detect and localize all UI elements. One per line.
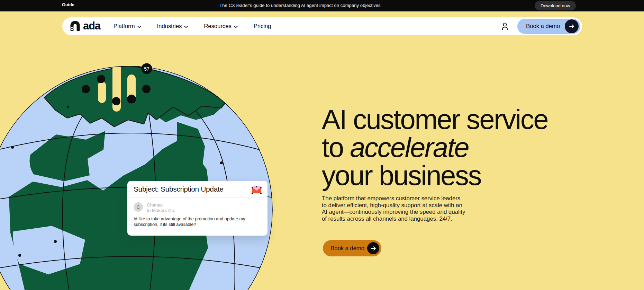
ada-logo[interactable]: ada — [70, 20, 100, 33]
ada-logo-text: ada — [83, 20, 100, 33]
arrow-right-icon — [565, 19, 579, 33]
announcement-bar: Guide The CX leader's guide to understan… — [0, 0, 644, 11]
nav-item-industries[interactable]: Industries — [157, 23, 188, 30]
hero-title-line2: to accelerate — [322, 133, 571, 161]
book-demo-nav-button[interactable]: Book a demo — [516, 18, 581, 35]
hero-title-line3: your business — [322, 161, 571, 190]
nav-item-platform[interactable]: Platform — [114, 23, 141, 30]
chevron-down-icon — [184, 26, 188, 28]
notification-badge: 57 — [142, 63, 152, 74]
email-sender-row: C Chantal to Makers Co. — [127, 198, 267, 213]
email-preview-card: Subject: Subscription Update C Chantal t… — [127, 181, 267, 236]
hero-section: 57 Subject: Subscription Update C — [0, 11, 644, 290]
hero-title-line1: AI customer service — [322, 105, 571, 133]
email-card-header: Subject: Subscription Update — [127, 181, 267, 198]
download-now-button[interactable]: Download now — [535, 1, 576, 10]
sender-avatar: C — [134, 202, 143, 212]
arrow-right-icon — [367, 242, 379, 254]
envelope-icon — [251, 185, 262, 196]
hero-title: AI customer service to accelerate your b… — [322, 105, 571, 190]
chevron-down-icon — [137, 26, 141, 28]
nav-item-resources[interactable]: Resources — [204, 23, 237, 30]
sender-recipient: to Makers Co. — [147, 208, 175, 213]
book-demo-hero-button[interactable]: Book a demo — [323, 240, 381, 256]
nav-item-pricing[interactable]: Pricing — [254, 23, 271, 30]
account-button[interactable] — [498, 20, 511, 33]
announcement-label: Guide — [62, 2, 74, 7]
hero-paragraph: The platform that empowers customer serv… — [322, 195, 471, 222]
person-icon — [501, 23, 508, 30]
email-message: Id like to take advantage of the promoti… — [127, 213, 267, 227]
sender-name: Chantal — [147, 202, 175, 208]
hero-title-italic: accelerate — [350, 132, 469, 163]
ada-logo-icon — [70, 21, 80, 32]
main-navbar: ada Platform Industries Resources Pricin… — [62, 17, 582, 35]
nav-right-group: Book a demo — [498, 18, 581, 35]
chevron-down-icon — [234, 26, 238, 28]
email-subject: Subject: Subscription Update — [134, 185, 224, 193]
hero-copy: AI customer service to accelerate your b… — [322, 105, 571, 222]
nav-menu: Platform Industries Resources Pricing — [114, 23, 271, 30]
svg-text:57: 57 — [144, 66, 149, 72]
sender-info: Chantal to Makers Co. — [147, 202, 175, 213]
announcement-message: The CX leader's guide to understanding A… — [207, 3, 393, 8]
